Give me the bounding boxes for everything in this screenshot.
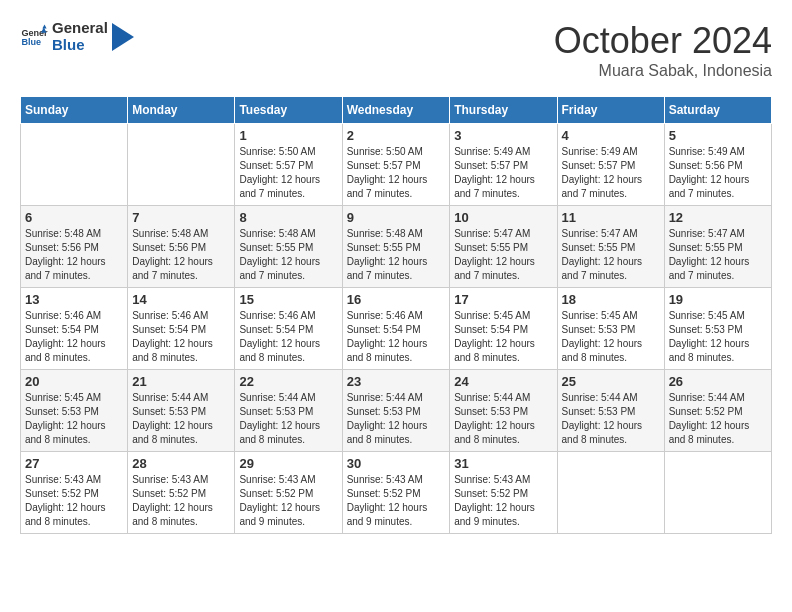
day-info: Sunrise: 5:47 AM Sunset: 5:55 PM Dayligh… <box>454 227 552 283</box>
day-number: 18 <box>562 292 660 307</box>
page-header: General Blue General Blue October 2024 M… <box>20 20 772 80</box>
calendar-cell: 4Sunrise: 5:49 AM Sunset: 5:57 PM Daylig… <box>557 124 664 206</box>
day-number: 7 <box>132 210 230 225</box>
calendar-cell <box>128 124 235 206</box>
calendar-cell: 20Sunrise: 5:45 AM Sunset: 5:53 PM Dayli… <box>21 370 128 452</box>
calendar-cell: 15Sunrise: 5:46 AM Sunset: 5:54 PM Dayli… <box>235 288 342 370</box>
calendar-cell: 29Sunrise: 5:43 AM Sunset: 5:52 PM Dayli… <box>235 452 342 534</box>
day-number: 3 <box>454 128 552 143</box>
weekday-header-row: SundayMondayTuesdayWednesdayThursdayFrid… <box>21 97 772 124</box>
day-info: Sunrise: 5:48 AM Sunset: 5:56 PM Dayligh… <box>25 227 123 283</box>
calendar-cell: 13Sunrise: 5:46 AM Sunset: 5:54 PM Dayli… <box>21 288 128 370</box>
calendar-cell: 14Sunrise: 5:46 AM Sunset: 5:54 PM Dayli… <box>128 288 235 370</box>
calendar-cell: 31Sunrise: 5:43 AM Sunset: 5:52 PM Dayli… <box>450 452 557 534</box>
day-info: Sunrise: 5:48 AM Sunset: 5:55 PM Dayligh… <box>347 227 446 283</box>
weekday-header-cell: Monday <box>128 97 235 124</box>
svg-marker-2 <box>42 24 46 28</box>
calendar-cell: 9Sunrise: 5:48 AM Sunset: 5:55 PM Daylig… <box>342 206 450 288</box>
calendar-cell: 24Sunrise: 5:44 AM Sunset: 5:53 PM Dayli… <box>450 370 557 452</box>
day-info: Sunrise: 5:43 AM Sunset: 5:52 PM Dayligh… <box>347 473 446 529</box>
day-info: Sunrise: 5:44 AM Sunset: 5:53 PM Dayligh… <box>347 391 446 447</box>
day-number: 22 <box>239 374 337 389</box>
calendar-body: 1Sunrise: 5:50 AM Sunset: 5:57 PM Daylig… <box>21 124 772 534</box>
day-number: 27 <box>25 456 123 471</box>
calendar-cell: 19Sunrise: 5:45 AM Sunset: 5:53 PM Dayli… <box>664 288 771 370</box>
calendar-cell: 30Sunrise: 5:43 AM Sunset: 5:52 PM Dayli… <box>342 452 450 534</box>
day-number: 1 <box>239 128 337 143</box>
calendar-cell: 27Sunrise: 5:43 AM Sunset: 5:52 PM Dayli… <box>21 452 128 534</box>
logo-icon: General Blue <box>20 23 48 51</box>
calendar-cell <box>21 124 128 206</box>
calendar-week-row: 20Sunrise: 5:45 AM Sunset: 5:53 PM Dayli… <box>21 370 772 452</box>
day-info: Sunrise: 5:49 AM Sunset: 5:57 PM Dayligh… <box>454 145 552 201</box>
weekday-header-cell: Thursday <box>450 97 557 124</box>
day-number: 6 <box>25 210 123 225</box>
day-number: 20 <box>25 374 123 389</box>
calendar-cell: 10Sunrise: 5:47 AM Sunset: 5:55 PM Dayli… <box>450 206 557 288</box>
calendar-cell: 16Sunrise: 5:46 AM Sunset: 5:54 PM Dayli… <box>342 288 450 370</box>
day-number: 4 <box>562 128 660 143</box>
day-number: 2 <box>347 128 446 143</box>
calendar-cell: 17Sunrise: 5:45 AM Sunset: 5:54 PM Dayli… <box>450 288 557 370</box>
day-number: 26 <box>669 374 767 389</box>
day-number: 13 <box>25 292 123 307</box>
calendar-cell: 6Sunrise: 5:48 AM Sunset: 5:56 PM Daylig… <box>21 206 128 288</box>
day-number: 17 <box>454 292 552 307</box>
calendar-cell: 18Sunrise: 5:45 AM Sunset: 5:53 PM Dayli… <box>557 288 664 370</box>
weekday-header-cell: Saturday <box>664 97 771 124</box>
day-number: 11 <box>562 210 660 225</box>
calendar-cell: 23Sunrise: 5:44 AM Sunset: 5:53 PM Dayli… <box>342 370 450 452</box>
day-number: 8 <box>239 210 337 225</box>
calendar-cell <box>664 452 771 534</box>
day-info: Sunrise: 5:44 AM Sunset: 5:53 PM Dayligh… <box>239 391 337 447</box>
calendar-cell: 3Sunrise: 5:49 AM Sunset: 5:57 PM Daylig… <box>450 124 557 206</box>
day-number: 15 <box>239 292 337 307</box>
day-info: Sunrise: 5:50 AM Sunset: 5:57 PM Dayligh… <box>239 145 337 201</box>
weekday-header-cell: Friday <box>557 97 664 124</box>
calendar-cell <box>557 452 664 534</box>
day-number: 31 <box>454 456 552 471</box>
day-info: Sunrise: 5:44 AM Sunset: 5:52 PM Dayligh… <box>669 391 767 447</box>
calendar-cell: 25Sunrise: 5:44 AM Sunset: 5:53 PM Dayli… <box>557 370 664 452</box>
calendar-cell: 2Sunrise: 5:50 AM Sunset: 5:57 PM Daylig… <box>342 124 450 206</box>
logo: General Blue General Blue <box>20 20 134 53</box>
day-number: 14 <box>132 292 230 307</box>
calendar-table: SundayMondayTuesdayWednesdayThursdayFrid… <box>20 96 772 534</box>
day-number: 24 <box>454 374 552 389</box>
calendar-week-row: 13Sunrise: 5:46 AM Sunset: 5:54 PM Dayli… <box>21 288 772 370</box>
day-number: 21 <box>132 374 230 389</box>
day-info: Sunrise: 5:44 AM Sunset: 5:53 PM Dayligh… <box>132 391 230 447</box>
day-number: 23 <box>347 374 446 389</box>
day-info: Sunrise: 5:45 AM Sunset: 5:53 PM Dayligh… <box>669 309 767 365</box>
day-number: 28 <box>132 456 230 471</box>
day-info: Sunrise: 5:46 AM Sunset: 5:54 PM Dayligh… <box>132 309 230 365</box>
day-number: 12 <box>669 210 767 225</box>
day-info: Sunrise: 5:46 AM Sunset: 5:54 PM Dayligh… <box>347 309 446 365</box>
day-info: Sunrise: 5:48 AM Sunset: 5:56 PM Dayligh… <box>132 227 230 283</box>
day-number: 30 <box>347 456 446 471</box>
day-info: Sunrise: 5:43 AM Sunset: 5:52 PM Dayligh… <box>239 473 337 529</box>
day-info: Sunrise: 5:44 AM Sunset: 5:53 PM Dayligh… <box>454 391 552 447</box>
day-info: Sunrise: 5:50 AM Sunset: 5:57 PM Dayligh… <box>347 145 446 201</box>
day-number: 16 <box>347 292 446 307</box>
day-info: Sunrise: 5:43 AM Sunset: 5:52 PM Dayligh… <box>25 473 123 529</box>
day-info: Sunrise: 5:45 AM Sunset: 5:54 PM Dayligh… <box>454 309 552 365</box>
calendar-cell: 28Sunrise: 5:43 AM Sunset: 5:52 PM Dayli… <box>128 452 235 534</box>
logo-general: General <box>52 20 108 37</box>
calendar-cell: 21Sunrise: 5:44 AM Sunset: 5:53 PM Dayli… <box>128 370 235 452</box>
day-number: 29 <box>239 456 337 471</box>
title-block: October 2024 Muara Sabak, Indonesia <box>554 20 772 80</box>
day-number: 10 <box>454 210 552 225</box>
svg-marker-4 <box>112 23 134 51</box>
day-info: Sunrise: 5:46 AM Sunset: 5:54 PM Dayligh… <box>25 309 123 365</box>
calendar-cell: 7Sunrise: 5:48 AM Sunset: 5:56 PM Daylig… <box>128 206 235 288</box>
calendar-cell: 26Sunrise: 5:44 AM Sunset: 5:52 PM Dayli… <box>664 370 771 452</box>
calendar-cell: 1Sunrise: 5:50 AM Sunset: 5:57 PM Daylig… <box>235 124 342 206</box>
day-number: 25 <box>562 374 660 389</box>
day-info: Sunrise: 5:45 AM Sunset: 5:53 PM Dayligh… <box>562 309 660 365</box>
svg-text:Blue: Blue <box>21 37 41 47</box>
day-number: 19 <box>669 292 767 307</box>
day-number: 9 <box>347 210 446 225</box>
calendar-week-row: 1Sunrise: 5:50 AM Sunset: 5:57 PM Daylig… <box>21 124 772 206</box>
day-info: Sunrise: 5:43 AM Sunset: 5:52 PM Dayligh… <box>454 473 552 529</box>
